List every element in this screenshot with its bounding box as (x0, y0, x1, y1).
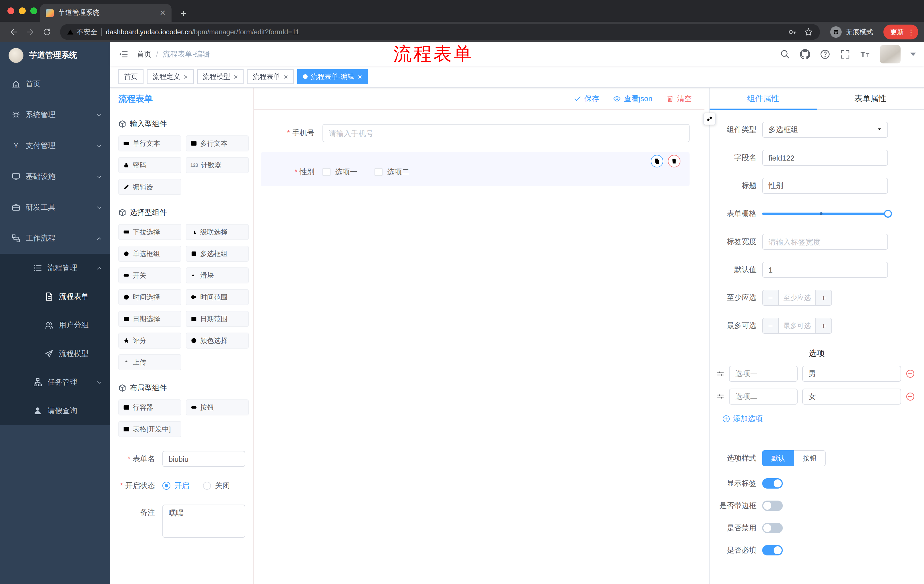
help-icon[interactable] (820, 49, 830, 59)
close-icon[interactable]: × (183, 73, 188, 80)
comp-single-line-text[interactable]: 单行文本 (118, 135, 181, 151)
option-label-input[interactable] (729, 366, 798, 382)
close-icon[interactable]: × (358, 73, 362, 80)
user-avatar[interactable] (880, 45, 901, 63)
browser-tab[interactable]: 芋道管理系统 ✕ (40, 4, 172, 22)
copy-component-button[interactable] (651, 155, 663, 168)
tag-process-form-edit[interactable]: 流程表单-编辑× (297, 69, 368, 84)
comp-slider[interactable]: 滑块 (186, 267, 249, 283)
close-icon[interactable]: × (284, 73, 288, 80)
slider-handle[interactable] (884, 210, 892, 218)
sidebar-item-infrastructure[interactable]: 基础设施 (0, 161, 111, 192)
form-name-input[interactable] (162, 451, 245, 467)
address-bar[interactable]: 不安全 dashboard.yudao.iocoder.cn/bpm/manag… (60, 24, 820, 40)
required-toggle[interactable] (762, 545, 783, 555)
clear-button[interactable]: 清空 (666, 94, 692, 104)
form-remark-input[interactable]: 嘿嘿 (162, 505, 245, 538)
comp-table[interactable]: 表格[开发中] (118, 421, 181, 437)
tag-home[interactable]: 首页 (118, 69, 144, 84)
component-type-value[interactable] (762, 122, 888, 138)
label-width-input[interactable] (762, 234, 888, 250)
breadcrumb-home[interactable]: 首页 (137, 49, 152, 59)
option-value-input[interactable] (802, 388, 901, 405)
drag-handle-icon[interactable] (716, 393, 724, 401)
increase-button[interactable]: + (815, 318, 832, 333)
comp-select[interactable]: 下拉选择 (118, 224, 181, 240)
comp-upload[interactable]: 上传 (118, 354, 181, 370)
comp-color-picker[interactable]: 颜色选择 (186, 332, 249, 349)
zoom-window-button[interactable] (30, 7, 37, 14)
gender-option-2[interactable]: 选项二 (375, 167, 409, 177)
default-value-input[interactable] (762, 262, 888, 278)
github-icon[interactable] (800, 49, 810, 59)
font-size-icon[interactable]: TT (860, 49, 870, 59)
comp-button[interactable]: 按钮 (186, 400, 249, 415)
sidebar-item-home[interactable]: 首页 (0, 69, 111, 99)
close-icon[interactable]: × (234, 73, 238, 80)
comp-date-range[interactable]: 日期范围 (186, 311, 249, 327)
tab-close-icon[interactable]: ✕ (160, 9, 166, 16)
sidebar-item-workflow[interactable]: 工作流程 (0, 223, 111, 254)
bookmark-star-icon[interactable] (804, 28, 813, 36)
minimize-window-button[interactable] (19, 7, 26, 14)
comp-date-picker[interactable]: 日期选择 (118, 311, 181, 327)
remove-option-button[interactable] (906, 392, 915, 401)
title-input[interactable] (762, 178, 888, 194)
comp-time-picker[interactable]: 时间选择 (118, 289, 181, 305)
status-off-radio[interactable]: 关闭 (203, 480, 230, 491)
component-type-select[interactable] (762, 122, 888, 138)
delete-component-button[interactable] (668, 155, 680, 168)
checkbox[interactable] (375, 168, 383, 176)
comp-counter[interactable]: 123计数器 (186, 157, 249, 173)
view-json-button[interactable]: 查看json (613, 94, 652, 104)
new-tab-button[interactable]: + (176, 6, 191, 22)
sidebar-item-system[interactable]: 系统管理 (0, 99, 111, 130)
option-label-input[interactable] (729, 388, 798, 405)
style-default-button[interactable]: 默认 (762, 450, 794, 466)
link-icon[interactable] (703, 113, 716, 125)
save-button[interactable]: 保存 (574, 94, 599, 104)
canvas-field-phone[interactable]: 手机号 (261, 119, 690, 147)
forward-button[interactable] (22, 24, 38, 40)
password-key-icon[interactable] (788, 28, 797, 36)
sidebar-item-payment[interactable]: ¥ 支付管理 (0, 130, 111, 161)
field-name-input[interactable] (762, 150, 888, 166)
decrease-button[interactable]: − (763, 290, 779, 305)
comp-row-container[interactable]: 行容器 (118, 400, 181, 415)
tag-process-form[interactable]: 流程表单× (247, 69, 294, 84)
max-select-value[interactable]: 最多可选 (779, 318, 815, 333)
style-button-button[interactable]: 按钮 (794, 450, 826, 466)
option-value-input[interactable] (802, 366, 901, 382)
sidebar-item-user-group[interactable]: 用户分组 (0, 311, 111, 339)
border-toggle[interactable] (762, 500, 783, 511)
decrease-button[interactable]: − (763, 318, 779, 333)
drag-handle-icon[interactable] (716, 370, 724, 378)
grid-slider[interactable] (762, 212, 888, 215)
sidebar-item-leave-query[interactable]: 请假查询 (0, 396, 111, 425)
sidebar-item-devtools[interactable]: 研发工具 (0, 192, 111, 223)
comp-switch[interactable]: 开关 (118, 267, 181, 283)
comp-password[interactable]: 密码 (118, 157, 181, 173)
gender-option-1[interactable]: 选项一 (322, 167, 357, 177)
chevron-down-icon[interactable] (910, 52, 916, 56)
close-window-button[interactable] (7, 7, 14, 14)
remove-option-button[interactable] (906, 369, 915, 378)
site-security-label[interactable]: 不安全 (67, 27, 97, 37)
browser-update-button[interactable]: 更新 ⋮ (883, 25, 918, 39)
status-on-radio[interactable]: 开启 (162, 480, 189, 491)
comp-radio-group[interactable]: 单选框组 (118, 246, 181, 262)
add-option-button[interactable]: 添加选项 (722, 414, 924, 424)
comp-time-range[interactable]: 时间范围 (186, 289, 249, 305)
comp-editor[interactable]: 编辑器 (118, 179, 181, 195)
sidebar-collapse-button[interactable] (111, 42, 137, 66)
increase-button[interactable]: + (815, 290, 832, 305)
browser-menu-icon[interactable]: ⋮ (908, 28, 915, 36)
sidebar-item-process-form[interactable]: 流程表单 (0, 282, 111, 311)
sidebar-item-process-model[interactable]: 流程模型 (0, 339, 111, 368)
checkbox[interactable] (322, 168, 330, 176)
tab-component-props[interactable]: 组件属性 (710, 88, 817, 109)
phone-input[interactable] (322, 124, 690, 142)
tag-process-model[interactable]: 流程模型× (197, 69, 244, 84)
tab-form-props[interactable]: 表单属性 (817, 88, 924, 109)
sidebar-item-task-management[interactable]: 任务管理 (0, 368, 111, 396)
